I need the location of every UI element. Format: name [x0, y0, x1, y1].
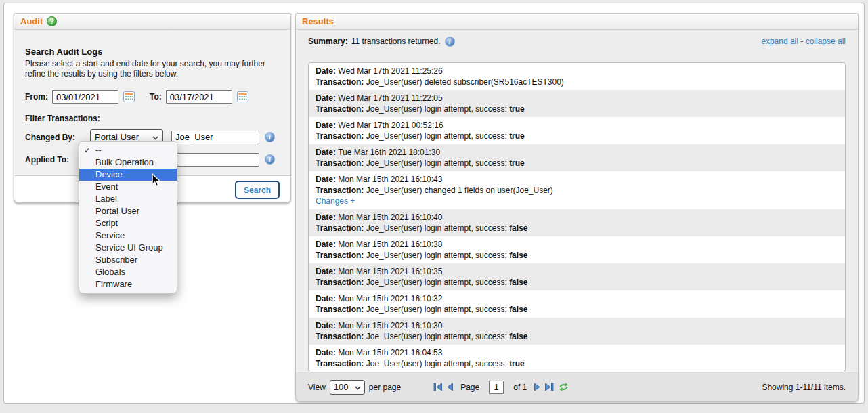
view-label: View	[308, 383, 326, 392]
search-button[interactable]: Search	[235, 181, 280, 199]
results-panel-header: Results	[296, 14, 858, 30]
date-value: Wed Mar 17th 2021 11:25:26	[338, 66, 442, 76]
dropdown-item-event[interactable]: Event	[79, 181, 177, 193]
dropdown-item-bulk-operation[interactable]: Bulk Operation	[79, 156, 177, 169]
date-label: Date:	[316, 294, 336, 303]
dropdown-item-script[interactable]: Script	[79, 217, 177, 230]
transaction-text: Joe_User(user) login attempt, success:	[366, 251, 509, 260]
transaction-success-value: false	[509, 305, 527, 314]
next-page-icon[interactable]	[534, 383, 540, 391]
page-label: Page	[460, 383, 479, 392]
applied-to-info-icon[interactable]: i	[265, 154, 275, 165]
transaction-row: Date: Mon Mar 15th 2021 16:10:35Transact…	[309, 263, 845, 290]
first-page-icon[interactable]	[433, 383, 443, 391]
transaction-row: Date: Mon Mar 15th 2021 16:10:43Transact…	[309, 171, 845, 209]
dropdown-item-label: Service UI Group	[95, 242, 163, 253]
applied-to-input[interactable]	[171, 153, 259, 167]
transaction-text: Joe_User(user) login attempt, success:	[366, 223, 509, 233]
transaction-text: Joe_User(user) login attempt, success:	[366, 104, 509, 114]
expand-all-link[interactable]: expand all	[761, 37, 798, 46]
results-pager: View 100 per page Page of 1 Showing 1-11…	[296, 372, 858, 401]
transaction-success-value: true	[509, 131, 525, 141]
transaction-text: Joe_User(user) login attempt, success:	[366, 305, 509, 314]
date-value: Wed Mar 17th 2021 00:52:16	[338, 121, 443, 130]
page-container: Audit ? Search Audit Logs Please select …	[3, 3, 865, 404]
help-icon[interactable]: ?	[47, 16, 57, 26]
transaction-success-value: false	[509, 251, 527, 260]
changed-by-input[interactable]	[171, 131, 259, 144]
from-label: From:	[25, 92, 48, 102]
date-label: Date:	[316, 213, 336, 222]
transaction-row: Date: Mon Mar 15th 2021 16:10:32Transact…	[309, 290, 845, 318]
page-number-input[interactable]	[489, 381, 504, 394]
refresh-icon[interactable]	[558, 382, 569, 392]
dropdown-item-label: Globals	[95, 267, 125, 277]
transaction-success-value: true	[509, 158, 525, 168]
changed-by-label: Changed By:	[25, 133, 90, 142]
from-date-input[interactable]	[52, 90, 118, 104]
transaction-row: Date: Mon Mar 15th 2021 16:10:38Transact…	[309, 236, 845, 263]
transaction-text: Joe_User(user) deleted subscriber(SR516a…	[366, 77, 564, 87]
date-value: Tue Mar 16th 2021 18:01:30	[338, 148, 440, 157]
per-page-select[interactable]: 100	[330, 380, 365, 395]
transaction-text: Joe_User(user) changed 1 fields on user(…	[366, 186, 553, 195]
transaction-row: Date: Wed Mar 17th 2021 11:25:26Transact…	[309, 63, 845, 90]
dropdown-item-label: Portal User	[95, 206, 139, 216]
date-value: Mon Mar 15th 2021 16:10:38	[338, 240, 442, 249]
dropdown-item-label: Service	[95, 230, 125, 240]
showing-items-text: Showing 1-11/11 items.	[762, 383, 846, 392]
transaction-label: Transaction:	[316, 359, 364, 368]
dropdown-item-label[interactable]: Label	[79, 193, 177, 205]
from-calendar-icon[interactable]	[123, 91, 135, 102]
previous-page-icon[interactable]	[447, 383, 454, 391]
date-label: Date:	[316, 121, 336, 130]
dropdown-item-firmware[interactable]: Firmware	[79, 278, 177, 290]
filter-transactions-heading: Filter Transactions:	[25, 114, 280, 123]
mouse-cursor	[151, 173, 161, 190]
dropdown-item-label: Event	[95, 181, 118, 192]
dropdown-item-portal-user[interactable]: Portal User	[79, 205, 177, 217]
transaction-label: Transaction:	[316, 158, 364, 168]
last-page-icon[interactable]	[544, 383, 554, 391]
dropdown-item-device[interactable]: Device	[79, 169, 177, 181]
per-page-value: 100	[334, 382, 349, 392]
dropdown-item-globals[interactable]: Globals	[79, 266, 177, 278]
changed-by-info-icon[interactable]: i	[265, 132, 275, 142]
transaction-label: Transaction:	[316, 278, 364, 287]
dropdown-item-subscriber[interactable]: Subscriber	[79, 254, 177, 266]
transaction-row: Date: Mon Mar 15th 2021 16:10:40Transact…	[309, 209, 845, 236]
audit-panel-header: Audit ?	[14, 14, 290, 30]
transaction-row: Date: Wed Mar 17th 2021 00:52:16Transact…	[309, 117, 845, 144]
transaction-label: Transaction:	[316, 186, 364, 195]
transaction-row: Date: Mon Mar 15th 2021 16:04:53Transact…	[309, 345, 845, 372]
transaction-success-value: true	[509, 359, 525, 368]
to-label: To:	[150, 92, 162, 102]
dropdown-item--[interactable]: ✓--	[79, 144, 177, 156]
date-label: Date:	[316, 93, 336, 103]
transaction-text: Joe_User(user) login attempt, success:	[366, 359, 509, 368]
summary-info-icon[interactable]: i	[445, 37, 455, 47]
per-page-label: per page	[369, 383, 401, 392]
dropdown-item-service-ui-group[interactable]: Service UI Group	[79, 242, 177, 254]
summary-text: 11 transactions returned.	[351, 37, 441, 46]
dropdown-item-service[interactable]: Service	[79, 230, 177, 242]
transaction-row: Date: Mon Mar 15th 2021 16:10:30Transact…	[309, 318, 845, 345]
date-label: Date:	[316, 66, 336, 76]
collapse-all-link[interactable]: collapse all	[806, 37, 846, 46]
results-panel: Results Summary: 11 transactions returne…	[295, 13, 859, 401]
applied-to-dropdown-menu: ✓--Bulk OperationDeviceEventLabelPortal …	[79, 141, 177, 294]
transaction-label: Transaction:	[316, 332, 364, 341]
summary-row: Summary: 11 transactions returned. i exp…	[308, 35, 846, 48]
date-range-row: From: To:	[25, 90, 280, 104]
transaction-text: Joe_User(user) login attempt, success:	[366, 131, 509, 141]
to-calendar-icon[interactable]	[237, 91, 248, 102]
dropdown-item-label: Bulk Operation	[95, 157, 154, 167]
audit-panel-title: Audit	[20, 16, 43, 26]
changes-link[interactable]: Changes +	[316, 196, 355, 206]
transaction-row: Date: Tue Mar 16th 2021 18:01:30Transact…	[309, 144, 845, 171]
date-value: Mon Mar 15th 2021 16:10:40	[338, 213, 442, 222]
transaction-text: Joe_User(user) login attempt, success:	[366, 278, 509, 287]
to-date-input[interactable]	[166, 90, 232, 104]
transaction-row: Date: Wed Mar 17th 2021 11:22:05Transact…	[309, 90, 845, 117]
results-panel-title: Results	[302, 16, 334, 26]
